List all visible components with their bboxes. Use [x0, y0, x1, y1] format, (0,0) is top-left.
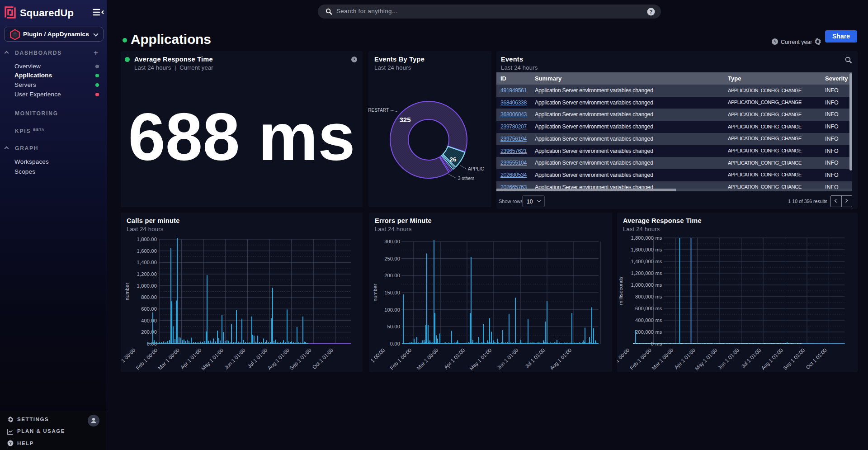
- svg-text:1,000,000 ms: 1,000,000 ms: [631, 282, 662, 288]
- svg-text:0.00: 0.00: [390, 341, 400, 346]
- svg-text:100.00: 100.00: [384, 307, 400, 313]
- svg-text:300.00: 300.00: [384, 239, 400, 244]
- svg-text:number: number: [124, 283, 130, 300]
- svg-text:600,000 ms: 600,000 ms: [635, 306, 662, 311]
- svg-text:3 others: 3 others: [458, 176, 474, 181]
- svg-text:Oct 1 01:00: Oct 1 01:00: [805, 347, 828, 370]
- svg-text:1,800,000 ms: 1,800,000 ms: [631, 235, 662, 241]
- svg-text:Mar 1 00:00: Mar 1 00:00: [416, 347, 439, 371]
- svg-text:Jul 1 01:00: Jul 1 01:00: [740, 347, 762, 369]
- svg-text:Feb 1 00:00: Feb 1 00:00: [629, 347, 652, 371]
- svg-text:1 00:00: 1 00:00: [121, 347, 136, 364]
- svg-text:Aug 1 01:00: Aug 1 01:00: [267, 347, 290, 371]
- svg-text:Jun 1 01:00: Jun 1 01:00: [496, 347, 519, 370]
- svg-text:Sep 1 01:00: Sep 1 01:00: [288, 347, 312, 371]
- svg-text:Apr 1 01:00: Apr 1 01:00: [673, 347, 696, 370]
- svg-text:1,600.00: 1,600.00: [137, 248, 157, 254]
- svg-text:Jun 1 01:00: Jun 1 01:00: [223, 347, 246, 370]
- svg-text:May 1 01:00: May 1 01:00: [694, 347, 718, 371]
- svg-text:Jun 1 01:00: Jun 1 01:00: [717, 347, 740, 370]
- svg-text:1,200.00: 1,200.00: [137, 271, 157, 277]
- svg-text:1,200,000 ms: 1,200,000 ms: [631, 270, 662, 276]
- svg-text:600.00: 600.00: [141, 306, 157, 312]
- svg-text:milliseconds: milliseconds: [618, 276, 623, 305]
- svg-text:?: ?: [9, 441, 12, 445]
- svg-text:APPSERVER_RESTART: APPSERVER_RESTART: [368, 108, 389, 113]
- svg-text:250.00: 250.00: [384, 256, 400, 261]
- svg-text:400,000 ms: 400,000 ms: [635, 317, 662, 323]
- svg-text:Sep 1 01:00: Sep 1 01:00: [782, 347, 806, 371]
- svg-text:Aug 1 01:00: Aug 1 01:00: [760, 347, 784, 371]
- svg-text:150.00: 150.00: [384, 290, 400, 295]
- svg-text:Mar 1 00:00: Mar 1 00:00: [157, 347, 180, 371]
- svg-text:50.00: 50.00: [387, 324, 400, 329]
- svg-text:1,400.00: 1,400.00: [137, 260, 157, 265]
- svg-text:400.00: 400.00: [141, 318, 157, 323]
- svg-text:APPLIC: APPLIC: [468, 166, 484, 171]
- svg-text:800,000 ms: 800,000 ms: [635, 294, 662, 299]
- svg-text:Feb 1 00:00: Feb 1 00:00: [389, 347, 413, 371]
- svg-text:200,000 ms: 200,000 ms: [635, 329, 662, 335]
- svg-text:May 1 01:00: May 1 01:00: [468, 347, 492, 371]
- svg-text:Jul 1 01:00: Jul 1 01:00: [524, 347, 546, 369]
- svg-text:325: 325: [399, 116, 410, 123]
- svg-text:number: number: [373, 284, 378, 301]
- svg-text:1 00:00: 1 00:00: [617, 347, 630, 364]
- svg-text:1,000.00: 1,000.00: [137, 283, 157, 289]
- svg-text:Aug 1 01:00: Aug 1 01:00: [549, 347, 572, 371]
- svg-text:Oct 1 01:00: Oct 1 01:00: [311, 347, 335, 370]
- svg-text:1,600,000 ms: 1,600,000 ms: [631, 247, 662, 252]
- svg-text:800.00: 800.00: [141, 294, 157, 300]
- svg-text:200.00: 200.00: [141, 329, 157, 335]
- svg-text:Apr 1 01:00: Apr 1 01:00: [443, 347, 466, 370]
- svg-text:May 1 01:00: May 1 01:00: [200, 347, 224, 371]
- svg-text:1,800.00: 1,800.00: [137, 237, 157, 242]
- svg-text:Feb 1 00:00: Feb 1 00:00: [135, 347, 159, 371]
- svg-text:1,400,000 ms: 1,400,000 ms: [631, 259, 662, 264]
- svg-text:Jul 1 01:00: Jul 1 01:00: [246, 347, 268, 369]
- svg-text:Apr 1 01:00: Apr 1 01:00: [179, 347, 203, 370]
- svg-text:1 00:00: 1 00:00: [370, 347, 386, 364]
- svg-text:26: 26: [449, 156, 457, 163]
- svg-text:Mar 1 00:00: Mar 1 00:00: [651, 347, 675, 371]
- svg-text:200.00: 200.00: [384, 273, 400, 278]
- svg-text:?: ?: [649, 9, 652, 14]
